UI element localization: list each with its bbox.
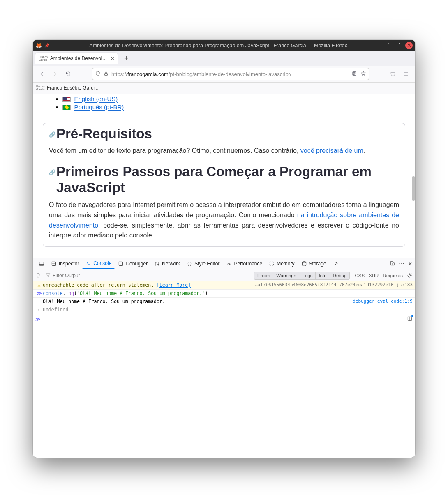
bookmark-favicon: FrancoGarcia	[36, 85, 45, 91]
heading-anchor-icon[interactable]: 🔗	[49, 169, 55, 175]
console-empty-area	[33, 324, 415, 458]
prompt-chevron-icon: ≫	[35, 316, 41, 322]
bookmark-item[interactable]: Franco Eusébio Garci...	[47, 85, 99, 91]
return-arrow-icon: ←	[35, 307, 43, 313]
minimize-button[interactable]: ˅	[386, 42, 393, 49]
tab-inspector[interactable]: Inspector	[48, 259, 82, 268]
bookmark-star-icon[interactable]	[360, 71, 366, 78]
link-precisara[interactable]: você precisará de um	[300, 147, 363, 154]
log-level-toggles: Errors Warnings Logs Info Debug	[254, 272, 350, 280]
filter-requests[interactable]: Requests	[383, 273, 403, 278]
tab-style-editor[interactable]: Style Editor	[183, 259, 223, 268]
tabs-overflow-icon[interactable]	[330, 259, 342, 268]
devtools-close-icon[interactable]: ✕	[408, 260, 413, 267]
tab-debugger[interactable]: Debugger	[115, 259, 151, 268]
svg-point-6	[302, 262, 306, 263]
filter-input[interactable]	[51, 272, 109, 279]
scrollbar-thumb[interactable]	[412, 176, 415, 201]
console-warning-row: ⚠ unreachable code after return statemen…	[33, 281, 415, 290]
console-settings-icon[interactable]	[407, 272, 413, 279]
output-source-link[interactable]: debugger eval code:1:9	[353, 299, 413, 304]
svg-rect-5	[270, 262, 273, 265]
warning-icon: ⚠	[35, 282, 43, 288]
window-title: Ambientes de Desenvolvimento: Preparando…	[51, 43, 386, 48]
reader-mode-icon[interactable]	[351, 71, 357, 78]
warning-source-link[interactable]: …af7b61556634b4608e7605f8f2144-767e24eea…	[255, 282, 413, 288]
filter-xhr[interactable]: XHR	[369, 273, 379, 278]
split-console-icon[interactable]	[407, 316, 413, 323]
console-prompt[interactable]: ≫	[33, 314, 415, 324]
browser-tab[interactable]: FrancoGarcia Ambientes de Desenvolvimen …	[35, 53, 118, 64]
shield-icon[interactable]	[95, 71, 101, 78]
toggle-logs[interactable]: Logs	[299, 272, 316, 280]
responsive-mode-icon[interactable]	[390, 260, 395, 267]
devtools-toolbar: Inspector Console Debugger Network Style…	[33, 258, 415, 270]
filter-icon	[45, 272, 51, 279]
back-button[interactable]	[36, 68, 48, 80]
new-tab-button[interactable]: +	[124, 54, 129, 63]
console-filterbar: Errors Warnings Logs Info Debug CSS XHR …	[33, 270, 415, 281]
tab-title: Ambientes de Desenvolvimen	[50, 55, 109, 61]
input-chevron-icon: ≫	[35, 290, 43, 296]
console-return-row: ← undefined	[33, 306, 415, 314]
nav-toolbar: https://francogarcia.com/pt-br/blog/ambi…	[33, 66, 415, 83]
toggle-errors[interactable]: Errors	[254, 272, 273, 280]
pocket-icon[interactable]	[387, 68, 399, 80]
maximize-button[interactable]: ˄	[395, 42, 403, 49]
heading-anchor-icon[interactable]: 🔗	[49, 131, 55, 138]
lock-icon[interactable]	[103, 71, 109, 78]
url-text: https://francogarcia.com/pt-br/blog/ambi…	[111, 71, 349, 77]
paragraph-2: O fato de navegadores para Internet perm…	[49, 200, 399, 241]
svg-rect-2	[39, 262, 44, 265]
tab-favicon: FrancoGarcia	[39, 55, 48, 61]
console-output-row: Olá! Meu nome é Franco. Sou um programad…	[33, 298, 415, 306]
console-input-row: ≫ console.log("Olá! Meu nome é Franco. S…	[33, 290, 415, 298]
paragraph-1: Você tem um editor de texto para program…	[49, 146, 399, 156]
svg-rect-4	[119, 262, 123, 265]
br-flag-icon	[62, 105, 71, 110]
tab-network[interactable]: Network	[151, 259, 183, 268]
trash-icon[interactable]	[35, 272, 41, 279]
reload-button[interactable]	[62, 68, 74, 80]
us-flag-icon	[62, 97, 71, 102]
svg-rect-3	[52, 262, 55, 265]
lang-item-pt[interactable]: Português (pt-BR)	[62, 103, 405, 111]
devtools-dock-icon[interactable]	[35, 259, 48, 268]
toggle-warnings[interactable]: Warnings	[273, 272, 299, 280]
tabs-bar: FrancoGarcia Ambientes de Desenvolvimen …	[33, 51, 415, 66]
toggle-info[interactable]: Info	[315, 272, 330, 280]
window-titlebar: 🦊 📌 Ambientes de Desenvolvimento: Prepar…	[33, 40, 415, 51]
tab-storage[interactable]: Storage	[298, 259, 330, 268]
tab-performance[interactable]: Performance	[223, 259, 266, 268]
toggle-debug[interactable]: Debug	[330, 272, 350, 280]
firefox-icon: 🦊	[35, 42, 42, 49]
devtools-menu-icon[interactable]: ⋯	[399, 260, 404, 267]
app-menu-button[interactable]	[400, 68, 412, 80]
lang-link-en[interactable]: English (en-US)	[74, 95, 118, 102]
url-bar[interactable]: https://francogarcia.com/pt-br/blog/ambi…	[92, 68, 369, 80]
heading-prerequisitos: Pré-Requisitos	[56, 126, 152, 142]
learn-more-link[interactable]: [Learn More]	[157, 282, 191, 288]
lang-item-en[interactable]: English (en-US)	[62, 95, 405, 103]
close-button[interactable]: ✕	[405, 42, 413, 49]
tab-close-icon[interactable]: ×	[111, 55, 114, 62]
svg-rect-0	[105, 73, 108, 75]
tab-console[interactable]: Console	[82, 259, 115, 269]
svg-point-9	[409, 274, 411, 276]
article-card: 🔗 Pré-Requisitos Você tem um editor de t…	[43, 123, 405, 247]
text-cursor	[42, 316, 42, 322]
filter-css[interactable]: CSS	[355, 273, 365, 278]
forward-button[interactable]	[49, 68, 61, 80]
console-output: ⚠ unreachable code after return statemen…	[33, 281, 415, 324]
heading-primeiros-passos: Primeiros Passos para Começar a Programa…	[56, 163, 399, 196]
pin-icon[interactable]: 📌	[44, 43, 49, 48]
bookmarks-bar: FrancoGarcia Franco Eusébio Garci...	[33, 83, 415, 94]
lang-link-pt[interactable]: Português (pt-BR)	[74, 104, 124, 110]
page-content: English (en-US) Português (pt-BR) 🔗 Pré-…	[33, 94, 415, 258]
tab-memory[interactable]: Memory	[266, 259, 298, 268]
